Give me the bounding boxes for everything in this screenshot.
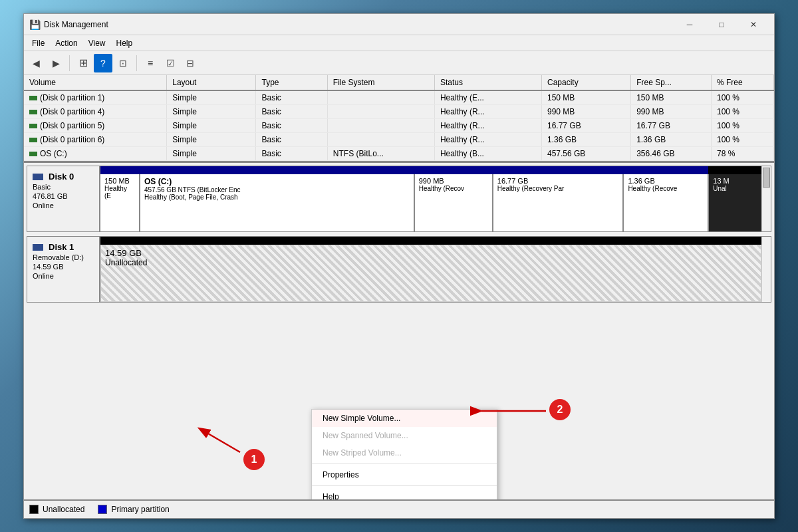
- context-menu: New Simple Volume... New Spanned Volume.…: [311, 409, 497, 499]
- disk0-scroll[interactable]: [761, 166, 771, 231]
- disk1-status: Online: [33, 272, 94, 280]
- cell-layout: Simple: [167, 147, 256, 161]
- maximize-button[interactable]: □: [706, 14, 737, 35]
- scroll-thumb-0: [763, 168, 770, 188]
- disk0-icon: [33, 174, 43, 180]
- col-pct[interactable]: % Free: [711, 75, 773, 90]
- legend: Unallocated Primary partition: [24, 499, 774, 518]
- legend-primary-label: Primary partition: [111, 505, 169, 514]
- cell-capacity: 990 MB: [541, 105, 630, 119]
- cell-volume: OS (C:): [24, 147, 167, 161]
- cell-pct: 78 %: [711, 147, 773, 161]
- table-row[interactable]: (Disk 0 partition 4) Simple Basic Health…: [24, 105, 774, 119]
- cell-status: Healthy (R...: [434, 133, 541, 147]
- annotation-2: 2: [549, 399, 571, 420]
- col-type[interactable]: Type: [256, 75, 327, 90]
- disk0-cell-p5[interactable]: 16.77 GB Healthy (Recovery Par: [493, 174, 624, 231]
- disk0-size: 476.81 GB: [33, 192, 94, 200]
- col-layout[interactable]: Layout: [167, 75, 256, 90]
- disk0-bar-p5: [490, 166, 622, 174]
- cell-layout: Simple: [167, 133, 256, 147]
- ctx-properties[interactable]: Properties: [312, 466, 497, 483]
- menu-bar: File Action View Help: [24, 35, 774, 51]
- ctx-new-simple-volume[interactable]: New Simple Volume...: [312, 410, 497, 427]
- toolbar: ◀ ▶ ⊞ ? ⊡ ≡ ☑ ⊟: [24, 51, 774, 75]
- cell-layout: Simple: [167, 90, 256, 105]
- cell-free: 150 MB: [631, 90, 712, 105]
- disk0-cell-os[interactable]: OS (C:) 457.56 GB NTFS (BitLocker Enc He…: [140, 174, 415, 231]
- disk1-scroll[interactable]: [761, 237, 771, 302]
- ctx-sep-2: [312, 485, 497, 486]
- app-icon: 💾: [29, 19, 40, 30]
- forward-button[interactable]: ▶: [47, 54, 65, 72]
- cell-free: 990 MB: [631, 105, 712, 119]
- back-button[interactable]: ◀: [27, 54, 45, 72]
- cell-filesystem: NTFS (BitLo...: [327, 147, 434, 161]
- help-toolbar-button[interactable]: ?: [94, 54, 112, 72]
- disk0-type: Basic: [33, 183, 94, 191]
- col-volume[interactable]: Volume: [24, 75, 167, 90]
- legend-unallocated-label: Unallocated: [43, 505, 84, 514]
- window: 💾 Disk Management ─ □ ✕ File Action View…: [23, 13, 775, 519]
- minus-button[interactable]: ⊟: [181, 54, 200, 72]
- disk0-cell-p4[interactable]: 990 MB Healthy (Recov: [415, 174, 493, 231]
- arrow-1: [190, 422, 250, 456]
- cell-pct: 100 %: [711, 90, 773, 105]
- legend-unallocated-box: [29, 505, 39, 514]
- disk0-bar-p6: [622, 166, 708, 174]
- disk0-cell-unalloc[interactable]: 13 M Unal: [709, 174, 761, 231]
- minimize-button[interactable]: ─: [674, 14, 705, 35]
- window-title: Disk Management: [44, 20, 674, 29]
- table-row[interactable]: (Disk 0 partition 1) Simple Basic Health…: [24, 90, 774, 105]
- cell-filesystem: [327, 90, 434, 105]
- disk0-bar-p1: [100, 166, 134, 174]
- cell-status: Healthy (R...: [434, 105, 541, 119]
- disk0-cell-p6[interactable]: 1.36 GB Healthy (Recove: [624, 174, 709, 231]
- disk1-partitions: 14.59 GB Unallocated: [100, 237, 761, 302]
- ctx-new-striped-volume: New Striped Volume...: [312, 444, 497, 462]
- disk1-cells: 14.59 GB Unallocated: [100, 245, 761, 302]
- disk1-bar: [100, 237, 761, 245]
- disk1-cell-unalloc[interactable]: 14.59 GB Unallocated: [100, 245, 761, 302]
- cell-type: Basic: [256, 90, 327, 105]
- ctx-help[interactable]: Help: [312, 488, 497, 499]
- legend-primary: Primary partition: [98, 505, 169, 514]
- disk0-bar: [100, 166, 761, 174]
- col-status[interactable]: Status: [434, 75, 541, 90]
- table-row[interactable]: (Disk 0 partition 6) Simple Basic Health…: [24, 133, 774, 147]
- cell-capacity: 457.56 GB: [541, 147, 630, 161]
- disk-section: Disk 0 Basic 476.81 GB Online: [24, 163, 774, 499]
- col-free[interactable]: Free Sp...: [631, 75, 712, 90]
- window-controls: ─ □ ✕: [674, 14, 769, 35]
- menu-action[interactable]: Action: [50, 37, 82, 50]
- grid-button[interactable]: ⊞: [74, 54, 92, 72]
- legend-primary-box: [98, 505, 107, 514]
- cell-filesystem: [327, 119, 434, 133]
- annotation-1: 1: [243, 449, 265, 470]
- settings-button[interactable]: ≡: [141, 54, 160, 72]
- col-filesystem[interactable]: File System: [327, 75, 434, 90]
- col-capacity[interactable]: Capacity: [541, 75, 630, 90]
- legend-unallocated: Unallocated: [29, 505, 84, 514]
- main-content: Volume Layout Type File System Status Ca…: [24, 75, 774, 518]
- close-button[interactable]: ✕: [738, 14, 769, 35]
- disk0-cell-p1[interactable]: 150 MB Healthy (E: [100, 174, 140, 231]
- menu-view[interactable]: View: [83, 37, 111, 50]
- disk1-size: 14.59 GB: [33, 263, 94, 271]
- table-row[interactable]: OS (C:) Simple Basic NTFS (BitLo... Heal…: [24, 147, 774, 161]
- menu-help[interactable]: Help: [111, 37, 138, 50]
- toolbar-sep-1: [69, 55, 70, 71]
- cell-type: Basic: [256, 105, 327, 119]
- cell-type: Basic: [256, 147, 327, 161]
- view1-button[interactable]: ⊡: [114, 54, 132, 72]
- check-button[interactable]: ☑: [161, 54, 180, 72]
- cell-free: 356.46 GB: [631, 147, 712, 161]
- ctx-sep-1: [312, 464, 497, 464]
- disk0-row: Disk 0 Basic 476.81 GB Online: [27, 166, 771, 232]
- volume-table-section: Volume Layout Type File System Status Ca…: [24, 75, 774, 163]
- disk1-label: Disk 1 Removable (D:) 14.59 GB Online: [27, 237, 100, 302]
- disk0-name: Disk 0: [33, 172, 94, 182]
- table-row[interactable]: (Disk 0 partition 5) Simple Basic Health…: [24, 119, 774, 133]
- menu-file[interactable]: File: [27, 37, 50, 50]
- cell-capacity: 150 MB: [541, 90, 630, 105]
